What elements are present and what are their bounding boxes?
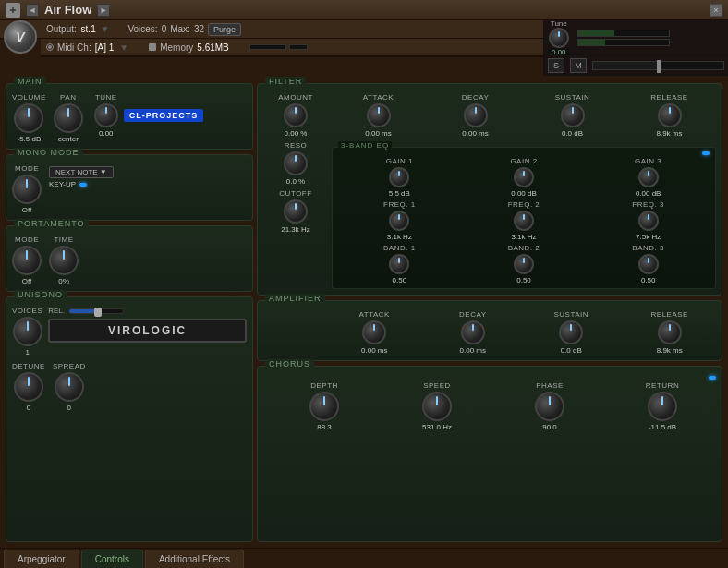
band2-knob[interactable] bbox=[514, 254, 534, 274]
freq2-label: FREQ. 2 bbox=[508, 200, 540, 209]
amplifier-adsr: ATTACK 0.00 ms DECAY 0.00 ms SUSTAIN 0.0… bbox=[263, 310, 716, 355]
freq1-knob[interactable] bbox=[389, 211, 409, 231]
chorus-speed-knob[interactable] bbox=[422, 392, 452, 421]
detune-knob[interactable] bbox=[14, 372, 43, 402]
filter-decay-group: DECAY 0.00 ms bbox=[429, 93, 522, 138]
meter-1 bbox=[577, 30, 670, 37]
band2-group: BAND. 2 0.50 bbox=[463, 244, 586, 284]
tab-arpeggiator[interactable]: Arpeggiator bbox=[4, 550, 79, 568]
chorus-return-group: RETURN -11.5 dB bbox=[609, 381, 716, 431]
chorus-return-knob[interactable] bbox=[648, 392, 677, 421]
amp-decay-label: DECAY bbox=[459, 310, 486, 319]
filter-release-knob[interactable] bbox=[658, 103, 682, 127]
tune-main-knob[interactable] bbox=[94, 103, 118, 127]
midi-icon bbox=[46, 43, 54, 51]
cl-projects-badge: CL-PROJECTS bbox=[124, 109, 204, 122]
mem-sliders bbox=[249, 44, 308, 50]
left-panel: MAIN VOLUME -5.5 dB PAN center bbox=[6, 83, 253, 542]
amp-sustain-knob[interactable] bbox=[559, 320, 583, 344]
mem-slider-1[interactable] bbox=[249, 44, 286, 50]
right-panel: FILTER AMOUNT 0.00 % RESO 0.0 % bbox=[257, 83, 722, 542]
next-preset-button[interactable]: ► bbox=[97, 4, 110, 17]
freq2-knob[interactable] bbox=[514, 211, 534, 231]
filter-sustain-knob[interactable] bbox=[561, 103, 585, 127]
volume-knob[interactable] bbox=[14, 103, 43, 133]
chorus-phase-knob[interactable] bbox=[535, 392, 564, 421]
pan-slider[interactable] bbox=[592, 61, 724, 70]
filter-reso-knob[interactable] bbox=[284, 151, 308, 175]
band1-knob[interactable] bbox=[389, 254, 409, 274]
preset-title: Air Flow bbox=[44, 3, 91, 17]
top-right-controls: Tune 0.00 bbox=[543, 20, 728, 55]
spread-group: SPREAD 0 bbox=[53, 362, 86, 412]
amp-sustain-value: 0.0 dB bbox=[561, 346, 582, 355]
next-note-button[interactable]: NEXT NOTE ▼ bbox=[49, 166, 114, 178]
s-button[interactable]: S bbox=[548, 58, 564, 73]
main-section-title: MAIN bbox=[14, 77, 46, 86]
pan-knob-group: PAN center bbox=[54, 93, 83, 143]
band2-value: 0.50 bbox=[516, 276, 531, 284]
filter-right: ATTACK 0.00 ms DECAY 0.00 ms SUSTAIN bbox=[332, 93, 716, 289]
tab-additional-effects[interactable]: Additional Effects bbox=[145, 550, 244, 568]
band1-label: BAND. 1 bbox=[383, 244, 416, 252]
mem-slider-2[interactable] bbox=[289, 44, 308, 50]
porta-time-label: TIME bbox=[54, 236, 73, 244]
portamento-title: PORTAMENTO bbox=[14, 219, 89, 228]
unisono-voices-knob[interactable] bbox=[13, 317, 42, 346]
output-group: Output: st.1 ▼ bbox=[46, 24, 109, 34]
voices-label: Voices: bbox=[127, 24, 157, 34]
close-button[interactable]: × bbox=[710, 4, 722, 17]
freq2-group: FREQ. 2 3.1k Hz bbox=[463, 200, 586, 241]
freq3-knob[interactable] bbox=[638, 211, 659, 231]
purge-button[interactable]: Purge bbox=[208, 23, 241, 36]
detune-group: DETUNE 0 bbox=[12, 362, 45, 412]
freq3-value: 7.5k Hz bbox=[636, 233, 661, 241]
gain1-group: GAIN 1 5.5 dB bbox=[338, 157, 461, 198]
prev-preset-button[interactable]: ◄ bbox=[26, 4, 39, 17]
filter-amount-knob[interactable] bbox=[284, 103, 308, 127]
rel-slider[interactable] bbox=[68, 308, 124, 314]
tab-bar: Arpeggiator Controls Additional Effects bbox=[0, 548, 728, 568]
pan-knob[interactable] bbox=[54, 103, 83, 133]
unisono-section: UNISONO VOICES 1 REL. bbox=[6, 296, 253, 542]
chorus-led bbox=[709, 376, 716, 380]
amp-decay-value: 0.00 ms bbox=[460, 346, 486, 355]
filter-amount-value: 0.00 % bbox=[285, 129, 308, 138]
filter-decay-knob[interactable] bbox=[464, 103, 488, 127]
m-button-row: S M bbox=[543, 55, 728, 76]
chorus-phase-value: 90.0 bbox=[542, 423, 557, 431]
filter-attack-knob[interactable] bbox=[367, 103, 391, 127]
tab-controls[interactable]: Controls bbox=[81, 550, 143, 568]
filter-release-group: RELEASE 8.9k ms bbox=[623, 93, 716, 138]
gain1-knob[interactable] bbox=[389, 167, 409, 187]
app-icon bbox=[6, 3, 20, 18]
amp-attack-label: ATTACK bbox=[359, 310, 390, 319]
chorus-depth-knob[interactable] bbox=[309, 392, 339, 421]
amp-attack-knob[interactable] bbox=[362, 320, 386, 344]
output-label: Output: bbox=[46, 24, 77, 34]
porta-time-knob[interactable] bbox=[49, 246, 79, 275]
gain3-label: GAIN 3 bbox=[635, 157, 661, 165]
filter-sustain-group: SUSTAIN 0.0 dB bbox=[526, 93, 619, 138]
amp-decay-knob[interactable] bbox=[461, 320, 485, 344]
filter-sustain-label: SUSTAIN bbox=[555, 93, 590, 102]
porta-mode-knob[interactable] bbox=[12, 246, 42, 275]
gain2-knob[interactable] bbox=[514, 167, 534, 187]
gain3-knob[interactable] bbox=[638, 167, 659, 187]
unisono-voices-group: VOICES 1 bbox=[12, 307, 42, 357]
filter-amount-label: AMOUNT bbox=[278, 93, 313, 102]
band3-knob[interactable] bbox=[638, 254, 659, 274]
tune-main-label: TUNE bbox=[95, 93, 117, 102]
tune-knob-group: Tune 0.00 bbox=[548, 19, 570, 56]
volume-knob-group: VOLUME -5.5 dB bbox=[12, 93, 46, 143]
filter-reso-label: RESO bbox=[285, 141, 308, 150]
filter-cutoff-knob[interactable] bbox=[284, 199, 308, 224]
tune-knob[interactable] bbox=[549, 28, 569, 48]
amp-release-knob[interactable] bbox=[658, 320, 682, 344]
eq-led bbox=[702, 151, 710, 155]
mono-mode-knob[interactable] bbox=[12, 175, 42, 204]
spread-knob[interactable] bbox=[55, 372, 84, 402]
filter-adsr: ATTACK 0.00 ms DECAY 0.00 ms SUSTAIN bbox=[332, 93, 716, 138]
amp-decay-group: DECAY 0.00 ms bbox=[427, 310, 520, 355]
m-button[interactable]: M bbox=[570, 58, 587, 73]
